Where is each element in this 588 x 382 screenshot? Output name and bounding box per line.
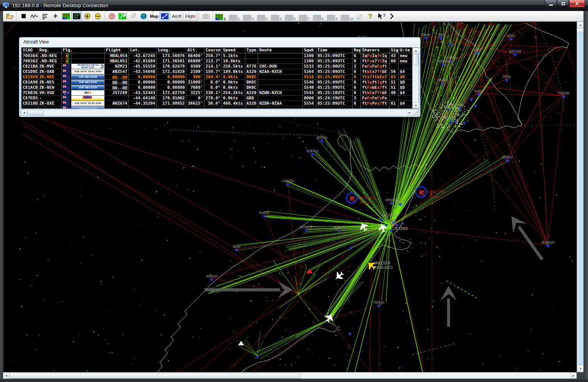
flag-icon-af — [62, 59, 71, 63]
routes-button[interactable] — [159, 11, 170, 21]
stop-button[interactable] — [19, 11, 29, 21]
context-help-button[interactable]: ? — [376, 11, 386, 21]
airline-logo-airnz: AIR NEW ZEALAND — [71, 69, 104, 74]
map-preset-2-button[interactable]: 2 — [229, 12, 242, 21]
scroll-down-button[interactable]: ▼ — [413, 102, 419, 108]
aircraft-view-titlebar[interactable]: Aircraft View — [19, 37, 420, 46]
help-button[interactable]: ? — [365, 11, 376, 21]
column-header-course[interactable]: Course — [204, 48, 222, 53]
hscroll-track[interactable] — [44, 110, 407, 116]
flag-icon-au — [62, 90, 71, 95]
column-header-speed[interactable]: Speed — [222, 48, 245, 53]
hscroll-thumb[interactable] — [27, 110, 44, 115]
column-header-sig[interactable]: Sig — [390, 48, 399, 53]
column-header-icao[interactable]: ICAO — [22, 48, 38, 53]
zoom-in-button[interactable] — [82, 11, 93, 21]
flight-window-button[interactable]: Flight — [183, 11, 197, 21]
close-button[interactable] — [569, 0, 585, 8]
aircraft-row-7C6B36[interactable]: 7C6B36VH-VGOJet★JST289-43.52443172.62759… — [22, 90, 412, 96]
report-list-button[interactable] — [40, 11, 50, 21]
aircraft-window-button[interactable]: Aircft — [170, 11, 183, 21]
resize-grip[interactable] — [413, 110, 419, 116]
column-header-lat[interactable]: Lat. — [129, 48, 157, 53]
aircraft-row-C81A90[interactable]: C81A90ZK-NESAIR NELSON@@..@@0.000000.000… — [22, 80, 412, 85]
map-preset-9-button[interactable]: 9 — [327, 12, 340, 21]
aircraft-view-window[interactable]: Aircraft View ICAOReg.Flg.FlightLat.Long… — [19, 37, 421, 117]
airline-logo-airnz: AIR NEW ZEALAND — [71, 101, 104, 106]
snapshot-button[interactable] — [201, 11, 211, 21]
vscroll-thumb[interactable] — [413, 54, 418, 65]
column-header-sqwk[interactable]: Sqwk — [303, 48, 316, 53]
aircraft-button[interactable]: ✈ — [50, 11, 61, 21]
signal-graph-button[interactable] — [29, 11, 40, 21]
map-scroll-right-button[interactable]: ► — [570, 373, 577, 379]
column-header-reg[interactable]: Reg. — [38, 48, 62, 53]
map-preset-6-button[interactable]: 6 — [285, 12, 298, 21]
aircraft-row-C81959[interactable]: C81959ZK-NEEAIR NELSON@@..@@0.000000.000… — [22, 74, 412, 80]
more-buttons-chevron[interactable] — [386, 11, 397, 21]
aircraft-row[interactable]: AIR NELSON — [22, 106, 412, 108]
column-header-type[interactable]: Type — [245, 48, 258, 53]
aircraft-row-C81D8E[interactable]: C81D8EZK-OABAIR NEW ZEALANDANZ547-43.540… — [22, 69, 412, 74]
map-preset-7-button[interactable]: 7 — [299, 12, 312, 21]
column-header-rep[interactable]: Rep — [353, 48, 361, 53]
map-hscroll-track[interactable] — [300, 373, 570, 379]
map-preset-10-button[interactable]: 10 — [341, 12, 354, 21]
aircraft-row-C821BA[interactable]: C821BAZK-MVEAIR NEW ZEALAND linkMOUNT CO… — [22, 64, 412, 69]
map-display-button[interactable] — [61, 11, 71, 21]
aircraft-row-700362[interactable]: 700362.NO-REGHBAL051-42.81684171.3650166… — [22, 59, 412, 64]
settings-button[interactable] — [117, 11, 128, 21]
aircraft-row-C81AC0[interactable]: C81AC0ZK-NEWAIR NELSON@@..@@0.000000.000… — [22, 85, 412, 90]
main-vscrollbar[interactable]: ▲ ▼ — [577, 22, 583, 372]
close-icon — [575, 2, 579, 6]
flag-icon-nz — [62, 85, 71, 90]
column-header-sharers[interactable]: Sharers — [361, 48, 390, 53]
scroll-left-button[interactable]: ◄ — [21, 110, 27, 116]
sharers-cell: IqFoIqftIq — [361, 53, 390, 58]
vscroll-track[interactable] — [413, 66, 419, 102]
column-header-long[interactable]: Long. — [157, 48, 186, 53]
column-header-flight[interactable]: Flight — [105, 48, 129, 53]
radar-view-button[interactable] — [71, 11, 82, 21]
scroll-right-button[interactable]: ► — [407, 110, 413, 116]
flag-icon-nz — [62, 69, 71, 74]
load-map-button[interactable]: ↑Map — [149, 11, 159, 21]
aircraft-row-C8210D[interactable]: C8210DZK-OXEAIR NEW ZEALANDANZ674-44.352… — [22, 101, 412, 106]
main-hscrollbar[interactable]: ◄ ► — [3, 372, 577, 379]
aircraft-row-700364[interactable]: 700364.NO-REGHBAL054-42.67245173.5607666… — [22, 53, 412, 59]
map-preset-5-button[interactable]: 5 — [271, 12, 284, 21]
flag-icon-nz — [62, 96, 71, 101]
map-hscroll-thumb[interactable] — [9, 373, 300, 379]
column-header-time[interactable]: Time — [316, 48, 353, 53]
column-header-flg[interactable]: Flg. — [62, 48, 105, 53]
aircraft-row-C87ED5[interactable]: C87ED5--44.64148170.910620'270.0°0.0ktsG… — [22, 96, 412, 101]
map-scroll-left-button[interactable]: ◄ — [3, 373, 9, 379]
center-target-button[interactable] — [107, 11, 117, 21]
aircraft-callsign-label: JST289 — [393, 226, 408, 231]
map-preset-3-button[interactable]: 3 — [243, 12, 256, 21]
sharers-cell — [361, 106, 390, 108]
map-vscroll-thumb[interactable] — [577, 32, 583, 365]
aircraft-table-vscrollbar[interactable]: ▲ ▼ — [412, 48, 419, 108]
map-preset-4-button[interactable]: 4 — [257, 12, 270, 21]
scroll-up-button[interactable]: ▲ — [413, 48, 419, 54]
aircraft-table-hscrollbar[interactable]: ◄ ► — [21, 110, 419, 116]
restore-button[interactable] — [557, 0, 569, 8]
open-file-button[interactable] — [5, 11, 15, 21]
minimize-button[interactable] — [545, 0, 557, 8]
aircraft-altitude-label: F366>370 — [374, 265, 393, 270]
globe-button[interactable] — [138, 11, 149, 21]
column-header-uta[interactable]: U-ta — [399, 48, 412, 53]
column-header-route[interactable]: Route — [258, 48, 303, 53]
map-preset-1-button[interactable]: 1 — [215, 12, 228, 21]
flag-icon-nz — [62, 101, 71, 106]
title-bar[interactable]: 192.168.0.8 - Remote Desktop Connection — [0, 0, 588, 11]
map-scroll-down-button[interactable]: ▼ — [577, 365, 584, 372]
column-header-alt[interactable]: Alt. — [186, 48, 204, 53]
map-preset-8-button[interactable]: 8 — [313, 12, 326, 21]
zoom-out-button[interactable] — [93, 11, 103, 21]
tools-button[interactable]: i — [128, 11, 138, 21]
toolbar-separator — [15, 12, 19, 20]
map-scroll-up-button[interactable]: ▲ — [577, 22, 584, 28]
draw-button[interactable] — [354, 11, 365, 21]
